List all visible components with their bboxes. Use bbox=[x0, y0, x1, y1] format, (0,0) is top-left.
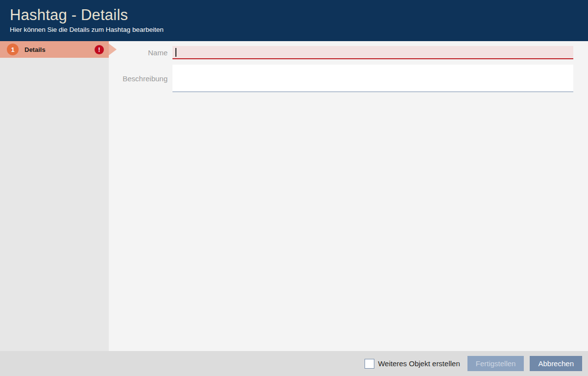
name-field-row: Name bbox=[109, 46, 573, 59]
page-title: Hashtag - Details bbox=[10, 6, 588, 24]
text-caret bbox=[175, 48, 176, 57]
cancel-button[interactable]: Abbrechen bbox=[530, 356, 582, 371]
name-input[interactable] bbox=[172, 46, 573, 59]
step-label: Details bbox=[24, 46, 95, 53]
create-another-checkbox[interactable] bbox=[365, 359, 374, 369]
finish-button[interactable]: Fertigstellen bbox=[467, 356, 524, 371]
description-field-row: Beschreibung bbox=[109, 65, 573, 92]
active-step-arrow-icon bbox=[109, 44, 117, 55]
dialog-body: 1 Details ! Name Beschreibung bbox=[0, 41, 588, 351]
details-form: Name Beschreibung bbox=[109, 41, 588, 351]
create-another-group[interactable]: Weiteres Objekt erstellen bbox=[365, 359, 460, 369]
dialog-header: Hashtag - Details Hier können Sie die De… bbox=[0, 0, 588, 41]
create-another-label: Weiteres Objekt erstellen bbox=[378, 359, 460, 368]
name-label: Name bbox=[109, 46, 172, 59]
dialog-footer: Weiteres Objekt erstellen Fertigstellen … bbox=[0, 351, 588, 376]
step-number-badge: 1 bbox=[7, 44, 19, 55]
description-input[interactable] bbox=[172, 65, 573, 92]
page-subtitle: Hier können Sie die Details zum Hashtag … bbox=[10, 26, 588, 33]
sidebar-step-details[interactable]: 1 Details ! bbox=[0, 41, 109, 58]
description-label: Beschreibung bbox=[109, 65, 172, 92]
error-icon: ! bbox=[95, 45, 104, 54]
wizard-sidebar: 1 Details ! bbox=[0, 41, 109, 351]
